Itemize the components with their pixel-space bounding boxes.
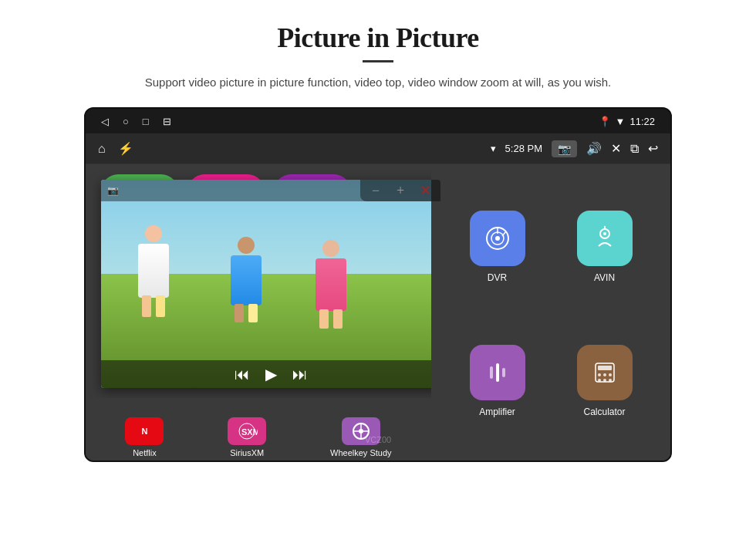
usb-icon[interactable]: ⚡	[118, 141, 133, 156]
status-bar: ◁ ○ □ ⊟ 📍 ▼ 11:22	[86, 109, 670, 133]
svg-rect-8	[490, 366, 493, 379]
close-nav-icon[interactable]: ✕	[611, 141, 621, 156]
page-subtitle: Support video picture in picture functio…	[145, 73, 611, 92]
wifi-nav-icon: ▾	[491, 143, 496, 154]
watermark: VCZ00	[365, 435, 391, 444]
camera-button[interactable]: 📷	[552, 140, 577, 157]
siriusxm-label: SiriusXM	[230, 448, 264, 457]
svg-point-15	[609, 373, 612, 376]
pip-prev-button[interactable]: ⏮	[235, 366, 250, 383]
device-frame: ◁ ○ □ ⊟ 📍 ▼ 11:22 ⌂ ⚡ ▾ 5:28 PM 📷 🔊	[84, 107, 672, 462]
avin-icon	[577, 211, 633, 266]
menu-icon[interactable]: ⊟	[163, 116, 171, 127]
svg-point-17	[603, 379, 606, 382]
svg-point-22	[359, 429, 363, 433]
app-item-amplifier[interactable]: Amplifier	[444, 314, 551, 448]
page-wrapper: Picture in Picture Support video picture…	[0, 0, 756, 533]
nav-left: ⌂ ⚡	[98, 141, 133, 156]
pip-topbar: 📷	[101, 180, 440, 201]
svg-rect-9	[496, 363, 499, 382]
video-scene	[101, 180, 440, 388]
app-item-avin[interactable]: AVIN	[551, 180, 658, 314]
app-grid: DVR AVIN	[431, 164, 670, 462]
pip-nav-icon[interactable]: ⧉	[630, 142, 639, 156]
calculator-label: Calculator	[583, 406, 625, 417]
svg-point-16	[598, 379, 601, 382]
location-icon: 📍	[599, 116, 611, 127]
nav-right: ▾ 5:28 PM 📷 🔊 ✕ ⧉ ↩	[491, 140, 658, 157]
svg-rect-12	[598, 366, 612, 370]
volume-icon[interactable]: 🔊	[586, 141, 602, 156]
svg-point-14	[603, 373, 606, 376]
back-nav-icon[interactable]: ↩	[648, 141, 658, 156]
back-icon[interactable]: ◁	[101, 116, 109, 127]
amplifier-icon	[470, 345, 525, 400]
svg-rect-10	[502, 368, 505, 377]
netflix-label: Netflix	[133, 448, 157, 457]
pip-camera-icon: 📷	[107, 185, 119, 197]
wifi-icon: ▼	[616, 116, 626, 127]
siriusxm-icon: SXM	[228, 417, 266, 445]
svg-point-18	[609, 379, 612, 382]
pip-play-button[interactable]: ▶	[265, 365, 277, 383]
page-title: Picture in Picture	[277, 22, 479, 54]
home-nav-icon[interactable]: ⌂	[98, 142, 106, 156]
dvr-icon	[470, 211, 525, 266]
wheelkey-label: Wheelkey Study	[330, 448, 391, 457]
nav-time: 5:28 PM	[505, 143, 542, 154]
pip-overlay[interactable]: 📷 − + ✕ ⏮ ▶ ⏭	[101, 180, 440, 388]
svg-point-2	[495, 236, 500, 241]
dvr-label: DVR	[488, 272, 507, 283]
recents-icon[interactable]: □	[143, 116, 149, 127]
nav-bar: ⌂ ⚡ ▾ 5:28 PM 📷 🔊 ✕ ⧉ ↩	[86, 133, 670, 164]
app-item-siriusxm[interactable]: SXM SiriusXM	[228, 417, 266, 457]
home-icon[interactable]: ○	[123, 116, 129, 127]
svg-point-13	[598, 373, 601, 376]
svg-line-4	[502, 231, 506, 236]
netflix-icon: N	[125, 417, 164, 445]
status-time: 11:22	[629, 116, 655, 127]
app-item-calculator[interactable]: Calculator	[551, 314, 658, 448]
pip-next-button[interactable]: ⏭	[292, 366, 308, 383]
app-item-netflix[interactable]: N Netflix	[125, 417, 164, 457]
svg-point-7	[603, 232, 606, 235]
amplifier-label: Amplifier	[479, 406, 515, 417]
calculator-icon	[577, 345, 633, 400]
app-item-dvr[interactable]: DVR	[444, 180, 551, 314]
avin-label: AVIN	[594, 272, 615, 283]
status-bar-left: ◁ ○ □ ⊟	[101, 116, 171, 127]
title-divider	[363, 60, 393, 62]
status-bar-right: 📍 ▼ 11:22	[599, 116, 655, 127]
pip-bottom-controls: ⏮ ▶ ⏭	[101, 360, 440, 388]
svg-text:SXM: SXM	[241, 427, 258, 437]
main-content: 📷 − + ✕ ⏮ ▶ ⏭	[86, 164, 670, 462]
bottom-app-row: N Netflix SXM SiriusXM	[86, 398, 431, 462]
